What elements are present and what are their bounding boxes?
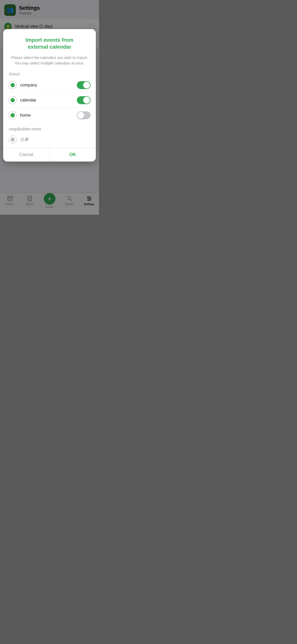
calendar-item-calendar: calendar: [8, 93, 91, 108]
cancel-button[interactable]: Cancel: [3, 148, 50, 162]
calendar-toggle-thumb: [83, 97, 90, 104]
home-icon-wrap: [8, 111, 17, 119]
home-toggle[interactable]: [77, 111, 91, 119]
home-dot: [11, 113, 15, 117]
email-cal-name-partial: 仕事: [20, 137, 29, 142]
company-dot: [11, 83, 15, 87]
calendar-name: calendar: [20, 98, 77, 103]
icloud-label: iCloud: [8, 72, 91, 76]
company-icon-wrap: [8, 81, 17, 89]
company-toggle-thumb: [83, 82, 90, 89]
import-calendar-dialog: Import events fromexternal calendar Plea…: [3, 29, 96, 162]
dialog-title: Import events fromexternal calendar: [8, 36, 91, 50]
email-label: meg@jubilee.works: [8, 127, 91, 131]
calendar-toggle[interactable]: [77, 96, 91, 104]
email-section: meg@jubilee.works 仕事: [8, 124, 91, 146]
dialog-content: Import events fromexternal calendar Plea…: [3, 29, 96, 146]
home-toggle-thumb: [77, 112, 84, 119]
calendar-item-home: home: [8, 108, 91, 123]
calendar-dot: [11, 98, 15, 102]
calendar-item-company: company: [8, 78, 91, 93]
company-toggle[interactable]: [77, 81, 91, 89]
email-cal-icon-wrap: [8, 135, 17, 144]
dialog-subtitle: Please select the calendars you wish to …: [8, 55, 91, 66]
icloud-section: iCloud company calendar: [8, 72, 91, 123]
email-cal-dot: [11, 137, 15, 142]
home-name: home: [20, 113, 77, 118]
email-calendar-item-partial: 仕事: [8, 133, 91, 146]
company-name: company: [20, 83, 77, 88]
calendar-icon-wrap: [8, 96, 17, 104]
ok-button[interactable]: OK: [50, 148, 96, 162]
dialog-buttons: Cancel OK: [3, 148, 96, 162]
